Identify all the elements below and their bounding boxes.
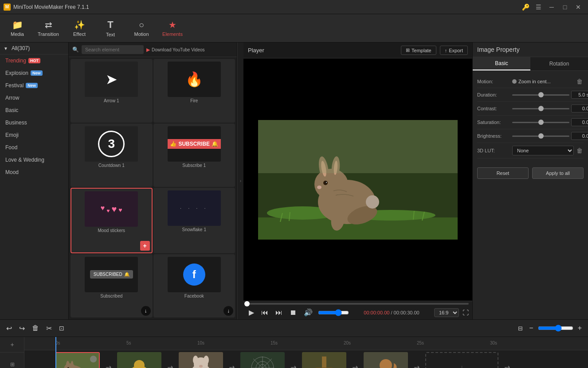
lut-label: 3D LUT: xyxy=(477,148,510,153)
stop-button[interactable]: ⏹ xyxy=(288,308,298,318)
clip3-thumbnail xyxy=(179,352,223,368)
ruler-30s: 30s xyxy=(490,341,497,345)
left-panel-header[interactable]: ▼ All(307) xyxy=(0,43,68,54)
media-tool[interactable]: 📁 Media xyxy=(2,15,33,41)
minimize-button[interactable]: ─ xyxy=(545,2,558,12)
contrast-value: 0.0 xyxy=(512,105,588,112)
volume-slider[interactable] xyxy=(318,309,349,316)
export-button[interactable]: ↑ Export xyxy=(440,46,468,55)
cut-button[interactable]: ✂ xyxy=(44,322,54,334)
redo-button[interactable]: ↪ xyxy=(17,322,27,334)
lut-select[interactable]: None xyxy=(512,146,574,155)
player-header: Player ⊞ Template ↑ Export xyxy=(243,43,472,58)
volume-button[interactable]: 🔊 xyxy=(302,307,314,318)
element-arrow1[interactable]: ➤ Arrow 1 xyxy=(71,59,153,123)
element-fire[interactable]: 🔥 Fire xyxy=(153,59,235,123)
clip-5[interactable] xyxy=(302,352,346,368)
element-countdown1[interactable]: 3 Countdown 1 xyxy=(71,124,153,187)
sidebar-item-love-wedding[interactable]: Love & Wedding xyxy=(0,154,68,166)
download-facebook-btn[interactable]: ↓ xyxy=(223,306,233,316)
text-tool[interactable]: T Text xyxy=(95,15,126,41)
play-button[interactable]: ▶ xyxy=(247,307,256,318)
transition-2[interactable]: ⇄ xyxy=(162,359,178,368)
elements-tool[interactable]: ★ Elements xyxy=(157,15,188,41)
add-mood-stickers-btn[interactable]: + xyxy=(140,241,150,251)
zoom-slider[interactable] xyxy=(538,325,573,332)
transition-5[interactable]: ⇄ xyxy=(347,359,363,368)
element-subscribed[interactable]: SUBSCRIBED🔔 ↓ Subscribed xyxy=(71,254,153,318)
fullscreen-button[interactable]: ⛶ xyxy=(463,309,469,316)
element-mood-stickers[interactable]: ♥ ♥ ♥ ♥ + Mood stickers xyxy=(71,188,153,253)
sidebar-item-food[interactable]: Food xyxy=(0,141,68,154)
ruler-20s: 20s xyxy=(344,341,351,345)
mid-panel: 🔍 ▶ Download YouTube Videos ➤ Arrow 1 🔥 … xyxy=(69,43,237,319)
close-button[interactable]: ✕ xyxy=(572,2,584,12)
empty-clip[interactable]: ↓ xyxy=(425,352,498,368)
progress-thumb[interactable] xyxy=(244,301,250,306)
tab-basic[interactable]: Basic xyxy=(473,57,530,70)
brightness-slider[interactable] xyxy=(512,136,569,137)
transition-1[interactable]: ⇄ xyxy=(101,359,116,368)
clip-6[interactable] xyxy=(364,352,408,368)
clip-2[interactable] xyxy=(117,352,161,368)
saturation-slider[interactable] xyxy=(512,122,569,123)
sidebar-item-emoji[interactable]: Emoji xyxy=(0,129,68,141)
duration-value: 5.0 s xyxy=(512,91,588,99)
crop-button[interactable]: ⊡ xyxy=(57,323,66,333)
zoom-in-button[interactable]: + xyxy=(576,322,584,334)
next-button[interactable]: ⏭ xyxy=(274,308,284,318)
aspect-ratio-select[interactable]: 16:9 9:16 1:1 4:3 xyxy=(434,308,459,317)
clip-1[interactable] xyxy=(55,352,100,368)
template-button[interactable]: ⊞ Template xyxy=(401,46,436,55)
export-icon: ↑ xyxy=(445,48,447,53)
reset-button[interactable]: Reset xyxy=(477,167,529,179)
timeline-main: 0s 5s 10s 15s 20s 25s 30s xyxy=(24,337,588,368)
countdown1-thumb: 3 xyxy=(85,126,138,162)
progress-bar[interactable] xyxy=(247,303,469,305)
sidebar-item-basic[interactable]: Basic xyxy=(0,104,68,116)
zoom-out-button[interactable]: − xyxy=(527,322,535,334)
menu-button[interactable]: ☰ xyxy=(532,2,545,12)
clip-4[interactable] xyxy=(240,352,285,368)
apply-all-button[interactable]: Apply to all xyxy=(532,167,584,179)
sidebar-item-festival[interactable]: Festival New xyxy=(0,79,68,92)
search-input[interactable] xyxy=(82,45,144,54)
ruler-15s: 15s xyxy=(270,341,278,345)
delete-button[interactable]: 🗑 xyxy=(30,322,41,334)
duration-slider[interactable] xyxy=(512,94,569,96)
maximize-button[interactable]: □ xyxy=(559,2,571,12)
sidebar-item-explosion[interactable]: Explosion New xyxy=(0,67,68,79)
tab-rotation[interactable]: Rotation xyxy=(530,57,588,70)
download-subscribed-btn[interactable]: ↓ xyxy=(141,306,151,316)
contrast-slider[interactable] xyxy=(512,108,569,109)
prev-button[interactable]: ⏮ xyxy=(259,308,270,318)
element-snowflake1[interactable]: · · · · Snowflake 1 xyxy=(153,188,235,253)
youtube-download[interactable]: ▶ Download YouTube Videos xyxy=(146,47,205,53)
sidebar-item-mood[interactable]: Mood xyxy=(0,166,68,178)
element-subscribe1[interactable]: 👍SUBSCRIBE🔔 Subscribe 1 xyxy=(153,124,235,187)
transition-6[interactable]: ⇄ xyxy=(409,359,424,368)
element-facebook[interactable]: f ↓ Facebook xyxy=(153,254,235,318)
add-track-button[interactable]: + xyxy=(0,337,24,353)
effect-tool[interactable]: ✨ Effect xyxy=(64,15,95,41)
motion-tool[interactable]: ○ Motion xyxy=(126,15,157,41)
clip-3[interactable] xyxy=(179,352,223,368)
sidebar-item-trending[interactable]: Trending HOT xyxy=(0,54,68,67)
saturation-value: 0.0 xyxy=(512,118,588,126)
download-clip-icon: ↓ xyxy=(460,363,464,368)
transition-4[interactable]: ⇄ xyxy=(286,359,301,368)
subscribed-thumb: SUBSCRIBED🔔 xyxy=(85,257,138,292)
undo-button[interactable]: ↩ xyxy=(4,322,14,334)
split-view-button[interactable]: ⊟ xyxy=(516,323,525,333)
sidebar-item-business[interactable]: Business xyxy=(0,116,68,129)
zoom-controls: ⊟ − + xyxy=(516,322,584,334)
video-track-icon: ⊞ xyxy=(0,357,24,368)
lut-delete-btn[interactable]: 🗑 xyxy=(576,147,584,154)
transition-tool[interactable]: ⇄ Transition xyxy=(33,15,64,41)
transition-3[interactable]: ⇄ xyxy=(224,359,239,368)
sidebar-item-arrow[interactable]: Arrow xyxy=(0,92,68,104)
panel-collapse[interactable]: › xyxy=(237,43,243,319)
fire-label: Fire xyxy=(190,98,198,103)
timeline-left: + ⊞ ♪ xyxy=(0,337,24,368)
motion-delete-btn[interactable]: 🗑 xyxy=(576,78,584,85)
